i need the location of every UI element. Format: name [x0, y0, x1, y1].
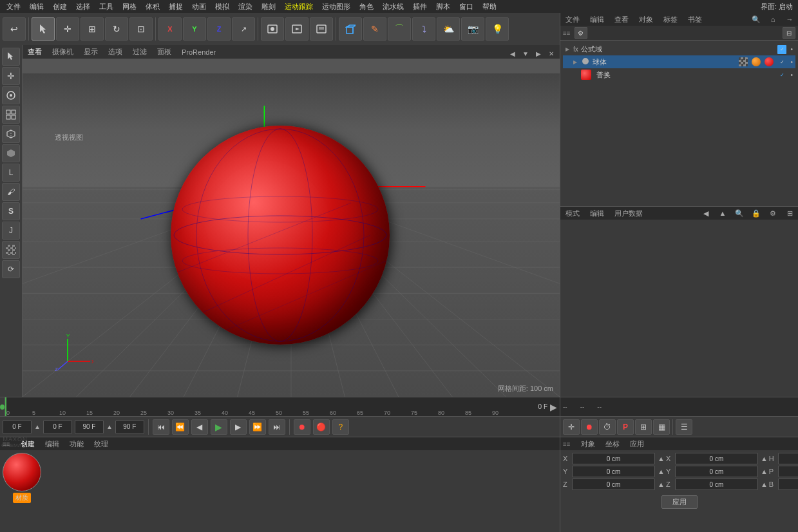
rp-tab-object[interactable]: 对象	[636, 14, 656, 25]
sidebar-s-btn[interactable]: S	[2, 202, 20, 220]
bottom-tab-function[interactable]: 功能	[67, 439, 86, 450]
menu-character[interactable]: 角色	[356, 1, 377, 12]
menu-sculpt[interactable]: 雕刻	[258, 1, 280, 12]
vp-tab-panel[interactable]: 面板	[155, 46, 174, 58]
tr-move-icon[interactable]: ✛	[563, 419, 580, 435]
coord-x-spin-up[interactable]: ▲	[658, 455, 665, 462]
menu-motion-track[interactable]: 运动跟踪	[281, 1, 317, 12]
coord-x-pos[interactable]	[572, 453, 655, 464]
rp-tab-userdata[interactable]: 用户数据	[612, 208, 645, 219]
menu-plugins[interactable]: 插件	[409, 1, 431, 12]
coords-tab-apply[interactable]: 应用	[627, 439, 647, 450]
rp-arrow-icon[interactable]: →	[784, 14, 795, 25]
transport-frame-spinner-up[interactable]: ▲	[34, 423, 41, 430]
material-thumbnail[interactable]	[3, 453, 41, 491]
tr-time-icon[interactable]: ⏱	[599, 419, 616, 435]
menu-animate[interactable]: 动画	[188, 1, 210, 12]
scene-btn[interactable]: ⛅	[437, 17, 460, 41]
transport-end-frame-2[interactable]	[115, 420, 144, 434]
tr-record-icon[interactable]: ⏺	[581, 419, 598, 435]
viewport-inner[interactable]: 透视视图	[23, 73, 560, 397]
tr-p-icon[interactable]: P	[617, 419, 634, 435]
render-view-btn[interactable]	[261, 17, 284, 41]
sidebar-render-btn[interactable]	[2, 86, 20, 104]
transport-go-end[interactable]: ⏭	[269, 419, 285, 435]
material-item[interactable]: 材质	[3, 453, 41, 503]
rp-home-icon[interactable]: ⌂	[767, 14, 779, 25]
scene-item-formula[interactable]: ▶ fx 公式域 ✓ •	[563, 43, 795, 55]
deform-btn[interactable]: ⤵	[412, 17, 435, 41]
menu-help[interactable]: 帮助	[479, 1, 500, 12]
vp-nav-arrow-left[interactable]: ◀	[507, 48, 518, 59]
spline-btn[interactable]: ✎	[363, 17, 386, 41]
coord-z2-spin-up[interactable]: ▲	[761, 480, 768, 488]
scene-item-sphere[interactable]: ▶ 球体 ✓ •	[563, 55, 795, 68]
sidebar-checkerboard-btn[interactable]	[2, 241, 20, 259]
menu-volume[interactable]: 体积	[142, 1, 164, 12]
menu-create[interactable]: 创建	[49, 1, 71, 12]
cube-btn[interactable]	[339, 17, 362, 41]
material-check[interactable]: ✓	[777, 70, 786, 79]
sidebar-path-btn[interactable]: L	[2, 164, 20, 182]
menu-simulate[interactable]: 模拟	[211, 1, 233, 12]
transport-play[interactable]: ▶	[211, 419, 227, 435]
sidebar-hook-btn[interactable]: J	[2, 222, 20, 240]
transport-record-active[interactable]: 🔴	[313, 419, 330, 435]
coord-z-btn[interactable]: Z	[207, 17, 231, 41]
vp-tab-display[interactable]: 显示	[81, 46, 100, 58]
vp-tab-prorender[interactable]: ProRender	[179, 47, 218, 57]
timeline-ruler[interactable]: 0 5 10 15 20 25 30 35 40 45 50 55 60 65 …	[5, 397, 536, 416]
timeline-scroll-btn[interactable]: ▶	[550, 402, 557, 412]
rp-tool-1[interactable]: ⚙	[575, 27, 587, 39]
coord-z-rot[interactable]	[675, 479, 758, 490]
rp-tab-mode[interactable]: 模式	[563, 208, 582, 219]
vp-nav-x[interactable]: ✕	[546, 48, 557, 59]
sidebar-select-btn[interactable]	[2, 48, 20, 66]
rp-search-icon[interactable]: 🔍	[750, 14, 762, 25]
coords-tab-object[interactable]: 对象	[578, 439, 598, 450]
coord-y-pos[interactable]	[572, 466, 655, 477]
rp-tab-edit[interactable]: 编辑	[587, 14, 607, 25]
menu-script[interactable]: 脚本	[432, 1, 454, 12]
rp-attr-grid[interactable]: ⊞	[784, 207, 795, 219]
bottom-tab-texture[interactable]: 纹理	[91, 439, 111, 450]
coord-y-rot[interactable]	[675, 466, 758, 477]
menu-file[interactable]: 文件	[3, 1, 24, 12]
menu-mograph[interactable]: 运动图形	[318, 1, 354, 12]
transport-prev-frame[interactable]: ◀	[191, 419, 208, 435]
menu-window[interactable]: 窗口	[455, 1, 477, 12]
world-coord-btn[interactable]: ↗	[232, 17, 255, 41]
rp-attr-settings[interactable]: ⚙	[767, 207, 779, 219]
coords-tab-coord[interactable]: 坐标	[603, 439, 622, 450]
rp-attr-lock[interactable]: 🔒	[750, 207, 762, 219]
menu-pipeline[interactable]: 流水线	[379, 1, 408, 12]
nurbs-btn[interactable]: ⌒	[388, 17, 411, 41]
vp-tab-view[interactable]: 查看	[25, 46, 44, 58]
light-btn[interactable]: 💡	[486, 17, 509, 41]
select-tool-btn[interactable]	[32, 17, 55, 41]
vp-nav-arrow-right[interactable]: ▶	[533, 48, 544, 59]
scale-tool-btn[interactable]: ⊞	[81, 17, 104, 41]
rp-attr-search[interactable]: 🔍	[734, 207, 745, 219]
tr-list-icon[interactable]: ☰	[676, 419, 692, 435]
bottom-tab-edit[interactable]: 编辑	[43, 439, 62, 450]
coord-x-btn[interactable]: X	[158, 17, 182, 41]
transport-go-prev-key[interactable]: ⏪	[172, 419, 189, 435]
menu-select[interactable]: 选择	[72, 1, 94, 12]
coord-y-btn[interactable]: Y	[183, 17, 206, 41]
sidebar-move-btn[interactable]: ✛	[2, 67, 20, 85]
transport-frame-2[interactable]	[43, 420, 72, 434]
menu-render[interactable]: 渲染	[234, 1, 256, 12]
coord-y2-spin-up[interactable]: ▲	[761, 468, 768, 475]
transport-go-start[interactable]: ⏮	[153, 419, 169, 435]
tr-grid-icon[interactable]: ⊞	[635, 419, 652, 435]
sidebar-grid-btn[interactable]	[2, 106, 20, 124]
sphere-check[interactable]: ✓	[777, 57, 786, 66]
menu-edit[interactable]: 编辑	[26, 1, 48, 12]
sidebar-paint-btn[interactable]: 🖌	[2, 183, 20, 201]
rp-tab-edit2[interactable]: 编辑	[587, 208, 607, 219]
transport-end-frame[interactable]	[75, 420, 104, 434]
transport-current-frame[interactable]	[3, 420, 32, 434]
viewport[interactable]: 透视视图	[23, 59, 560, 397]
transport-end-spinner-up[interactable]: ▲	[106, 423, 113, 430]
